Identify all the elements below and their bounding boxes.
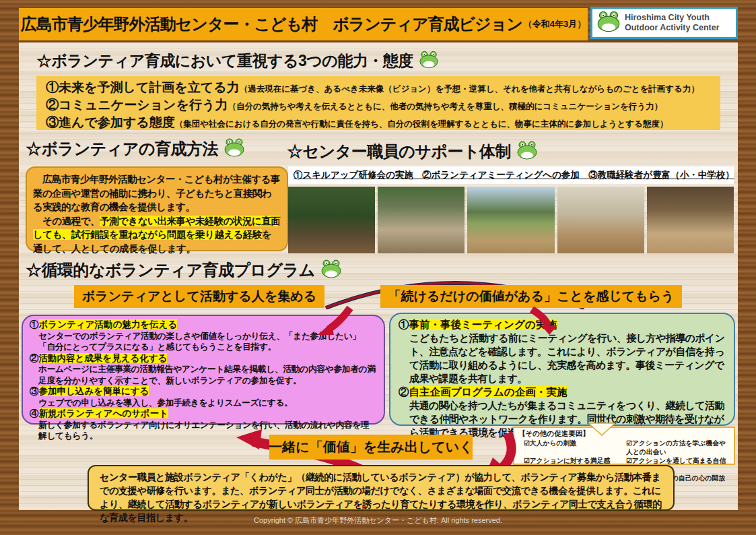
arrow-down-left-icon bbox=[314, 305, 355, 336]
retain-item-desc: こどもたちと活動する前にミーティングを行い、接し方や指導のポイント、注意点などを… bbox=[399, 332, 726, 385]
content-area: ☆ボランティア育成において重視する3つの能力・態度 ①未来を予測して計画を立てる… bbox=[19, 42, 738, 510]
cycle-heading-row: ☆循環的なボランティア育成プログラム bbox=[26, 259, 342, 281]
ability-title: ③進んで参加する態度 bbox=[46, 115, 175, 129]
photo-meeting bbox=[557, 187, 644, 253]
abilities-heading-row: ☆ボランティア育成において重視する3つの能力・態度 bbox=[36, 51, 439, 71]
banner-create-value: 一緒に「価値」を生み出していく bbox=[269, 435, 473, 460]
method-heading: ☆ボランティアの育成方法 bbox=[26, 138, 218, 160]
frog-mascot-icon bbox=[596, 11, 621, 35]
recruit-item-desc: ウェブでの申し込みを導入し、参加手続きをよりスムーズにする。 bbox=[30, 398, 377, 409]
method-paragraph-2: その過程で、予測できない出来事や未経験の状況に直面しても、試行錯誤を重ねながら問… bbox=[33, 216, 280, 254]
summary-box: センター職員と施設ボランティア「くわがた」（継続的に活動しているボランティア）が… bbox=[88, 465, 675, 511]
photo-field-group bbox=[467, 187, 554, 253]
abilities-box: ①未来を予測して計画を立てる力（過去現在に基づき、あるべき未来像（ビジョン）を予… bbox=[36, 76, 720, 130]
support-heading-row: ☆センター職員のサポート体制 bbox=[287, 141, 538, 162]
wood-frame: 広島市青少年野外活動センター・こども村 ボランティア育成ビジョン （令和4年3月… bbox=[0, 0, 756, 535]
recruit-item-title: ③参加申し込みを簡単にする bbox=[30, 386, 377, 398]
logo-box: Hiroshima City Youth Outdoor Activity Ce… bbox=[590, 7, 738, 39]
ability-item: ③進んで参加する態度（集団や社会における自分の発言や行動に責任を持ち、自分の役割… bbox=[46, 114, 711, 131]
frog-mascot-icon bbox=[516, 141, 538, 162]
ability-desc: （集団や社会における自分の発言や行動に責任を持ち、自分の役割を理解するとともに、… bbox=[175, 119, 668, 129]
support-subtitle: ①スキルアップ研修会の実施 ②ボランティアミーティングへの参加 ③教職経験者が豊… bbox=[288, 166, 734, 184]
page-title: 広島市青少年野外活動センター・こども村 ボランティア育成ビジョン bbox=[21, 13, 522, 35]
banner-retain: 「続けるだけの価値がある」ことを感じてもらう bbox=[380, 285, 682, 308]
photo-pavilion-group bbox=[647, 187, 734, 253]
header-bar: 広島市青少年野外活動センター・こども村 ボランティア育成ビジョン （令和4年3月… bbox=[19, 8, 588, 40]
cycle-heading: ☆循環的なボランティア育成プログラム bbox=[26, 259, 315, 281]
recruit-item-title: ④新規ボランティアへのサポート bbox=[30, 408, 377, 420]
factor-item: ☑大人からの刺激 bbox=[524, 439, 623, 456]
recruit-item-title: ②活動内容と成果を見える化する bbox=[30, 353, 377, 365]
recruit-item-desc: ホームページに主催事業の活動報告やアンケート結果を掲載し、活動の内容や参加者の満… bbox=[30, 364, 377, 386]
logo-text: Hiroshima City Youth Outdoor Activity Ce… bbox=[625, 13, 720, 33]
factor-item: ☑アクションの方法を学ぶ機会や人との出会い bbox=[626, 439, 730, 456]
photo-kids-activity bbox=[378, 187, 465, 253]
arrow-down-right-icon bbox=[525, 307, 563, 335]
date-note: （令和4年3月） bbox=[524, 18, 586, 30]
factors-heading: 【その他の促進要因】 bbox=[518, 429, 730, 439]
factors-box: 【その他の促進要因】 ☑大人からの刺激 ☑アクションの方法を学ぶ機会や人との出会… bbox=[513, 427, 735, 465]
factors-notch-icon bbox=[588, 422, 616, 436]
photo-forest-group bbox=[288, 187, 375, 253]
ability-desc: （自分の気持ちや考えを伝えるとともに、他者の気持ちや考えを尊重し、積極的にコミュ… bbox=[228, 102, 662, 111]
retain-item-title: ②自主企画プログラムの企画・実施 bbox=[399, 385, 726, 399]
ability-item: ②コミュニケーションを行う力（自分の気持ちや考えを伝えるとともに、他者の気持ちや… bbox=[46, 96, 711, 114]
logo-line1: Hiroshima City Youth bbox=[625, 13, 710, 22]
banner-recruit: ボランティアとして活動する人を集める bbox=[74, 285, 324, 308]
ability-item: ①未来を予測して計画を立てる力（過去現在に基づき、あるべき未来像（ビジョン）を予… bbox=[46, 79, 711, 96]
support-photos bbox=[288, 187, 734, 253]
ability-desc: （過去現在に基づき、あるべき未来像（ビジョン）を予想・逆算し、それを他者と共有し… bbox=[240, 84, 699, 94]
frog-mascot-icon bbox=[419, 51, 439, 71]
ability-title: ②コミュニケーションを行う力 bbox=[46, 98, 228, 112]
method-paragraph-1: 広島市青少年野外活動センター・こども村が主催する事業の企画や運営の補助に携わり、… bbox=[33, 174, 280, 212]
abilities-heading: ☆ボランティア育成において重視する3つの能力・態度 bbox=[36, 51, 413, 71]
frog-mascot-icon bbox=[224, 138, 245, 160]
logo-line2: Outdoor Activity Center bbox=[625, 23, 720, 32]
support-heading: ☆センター職員のサポート体制 bbox=[287, 141, 511, 162]
ability-title: ①未来を予測して計画を立てる力 bbox=[46, 80, 240, 94]
method-heading-row: ☆ボランティアの育成方法 bbox=[26, 138, 245, 160]
method-box: 広島市青少年野外活動センター・こども村が主催する事業の企画や運営の補助に携わり、… bbox=[26, 166, 288, 251]
